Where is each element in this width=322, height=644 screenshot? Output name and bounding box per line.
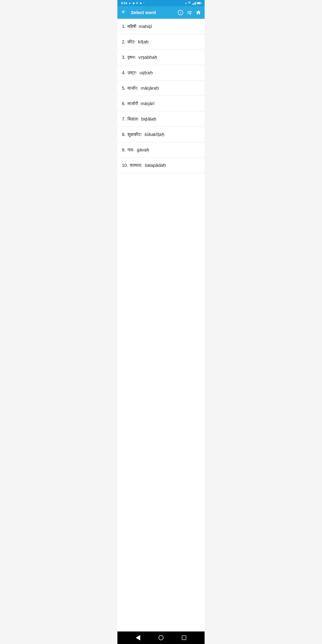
- signal-bars: [192, 2, 196, 5]
- word-hindi: वृषभः: [128, 54, 136, 60]
- word-hindi: कीटः: [128, 39, 136, 45]
- word-item[interactable]: 8.शूककीटः śūkakīṭaḥ: [118, 127, 204, 142]
- word-number: 6.: [122, 100, 126, 107]
- word-latin: kīṭaḥ: [138, 39, 149, 45]
- word-hindi: शतपादः: [130, 162, 142, 168]
- word-number: 10.: [122, 162, 128, 168]
- word-number: 2.: [122, 39, 126, 45]
- back-button[interactable]: [119, 8, 128, 18]
- word-latin: biḍālaḥ: [141, 116, 156, 122]
- word-item[interactable]: 5.मार्जारः mārjāraḥ: [118, 80, 204, 96]
- word-number: 1.: [122, 23, 126, 30]
- word-hindi: मार्जारः: [128, 85, 138, 91]
- word-hindi: उष्ट्रः: [128, 70, 137, 76]
- word-hindi: बिडालः: [128, 116, 139, 122]
- word-hindi: शूककीटः: [128, 131, 142, 138]
- info-button[interactable]: i: [178, 10, 183, 15]
- word-hindi: मार्जारी: [128, 100, 138, 107]
- word-number: 7.: [122, 116, 126, 122]
- word-item[interactable]: 7.बिडालः biḍālaḥ: [118, 111, 204, 127]
- word-latin: mahiṣī: [139, 23, 152, 30]
- word-item[interactable]: 10.शतपादः śatapādaḥ: [118, 158, 204, 173]
- word-item[interactable]: 2.कीटः kīṭaḥ: [118, 34, 204, 50]
- word-list: 1.महिषी mahiṣī2.कीटः kīṭaḥ3.वृषभः vṛṣabh…: [118, 19, 204, 632]
- status-bar: 9:54 ➤ ◉ M ♟ • ▾: [118, 0, 204, 6]
- page-title: Select word: [131, 10, 175, 15]
- word-number: 4.: [122, 70, 126, 76]
- word-item[interactable]: 4.उष्ट्रः uṣṭraḥ: [118, 65, 204, 80]
- location-icon: ➤: [128, 2, 131, 5]
- word-number: 9.: [122, 147, 126, 153]
- word-latin: śatapādaḥ: [145, 162, 166, 168]
- word-number: 3.: [122, 54, 126, 60]
- nav-home-button[interactable]: [156, 633, 166, 642]
- word-latin: vṛṣabhaḥ: [138, 54, 158, 60]
- word-hindi: महिषी: [128, 23, 136, 30]
- dot-icon: •: [143, 2, 144, 5]
- toolbar-icons: i: [178, 10, 201, 15]
- wifi-icon: ▾: [185, 2, 187, 5]
- word-number: 8.: [122, 131, 126, 138]
- word-hindi: गावः: [128, 147, 134, 153]
- robinhood-icon: ◉: [132, 2, 134, 5]
- word-latin: mārjārī: [141, 100, 154, 107]
- status-bar-right: ▾: [185, 2, 201, 5]
- word-latin: mārjāraḥ: [141, 85, 159, 91]
- word-latin: uṣṭraḥ: [140, 70, 153, 76]
- nav-back-button[interactable]: [134, 633, 142, 642]
- word-latin: śūkakīṭaḥ: [144, 131, 164, 138]
- info-icon: i: [178, 10, 183, 15]
- word-item[interactable]: 6.मार्जारी mārjārī: [118, 96, 204, 111]
- sort-button[interactable]: [187, 10, 192, 15]
- word-item[interactable]: 3.वृषभः vṛṣabhaḥ: [118, 50, 204, 65]
- toolbar: Select word i: [118, 6, 204, 19]
- status-bar-left: 9:54 ➤ ◉ M ♟ •: [121, 1, 144, 5]
- navigation-bar: [118, 632, 204, 644]
- gmail-icon: M: [136, 2, 138, 5]
- word-number: 5.: [122, 85, 126, 91]
- home-button[interactable]: [196, 10, 201, 15]
- battery-icon: [197, 2, 201, 4]
- nav-recents-button[interactable]: [180, 633, 188, 642]
- word-latin: gāvaḥ: [137, 147, 149, 153]
- word-item[interactable]: 9.गावः gāvaḥ: [118, 142, 204, 158]
- status-time: 9:54: [121, 1, 127, 5]
- word-item[interactable]: 1.महिषी mahiṣī: [118, 19, 204, 34]
- wifi-full-icon: [188, 2, 191, 5]
- user-icon: ♟: [140, 2, 142, 5]
